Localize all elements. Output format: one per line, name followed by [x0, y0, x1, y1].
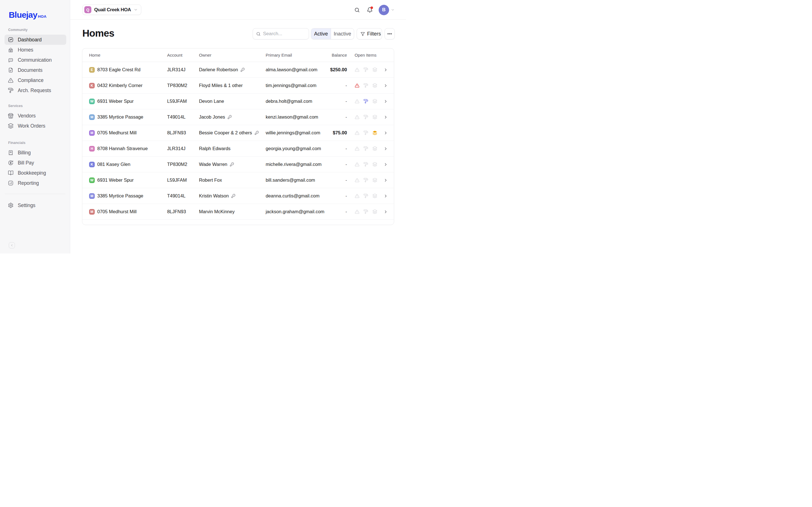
paint-roller-icon[interactable]: [363, 162, 368, 167]
paint-roller-icon[interactable]: [363, 99, 368, 104]
chevron-right-icon[interactable]: [384, 194, 388, 198]
more-options-button[interactable]: [385, 28, 395, 40]
table-row[interactable]: E 8703 Eagle Crest Rd JLR314J Darlene Ro…: [82, 62, 394, 78]
chevron-down-icon[interactable]: [391, 8, 395, 11]
paint-roller-icon[interactable]: [363, 146, 368, 151]
table-row[interactable]: M 0705 Medhurst Mill 8LJFN93 Bessie Coop…: [82, 125, 394, 141]
violation-alert-icon[interactable]: [355, 115, 359, 119]
layers-icon[interactable]: [372, 99, 377, 104]
sidebar-item-communication[interactable]: Communication: [4, 55, 66, 65]
search-input[interactable]: [263, 31, 305, 37]
violation-alert-icon[interactable]: [355, 162, 359, 167]
sidebar-item-vendors[interactable]: Vendors: [4, 111, 66, 121]
violation-alert-icon[interactable]: [355, 99, 359, 104]
table-row[interactable]: W 6931 Weber Spur L59JFAM Devon Lane deb…: [82, 94, 394, 109]
open-items: [347, 178, 384, 182]
home-address: 0432 Kimberly Corner: [97, 83, 143, 88]
layers-icon[interactable]: [372, 209, 377, 214]
layers-icon[interactable]: [372, 193, 377, 198]
sidebar-item-work-orders[interactable]: Work Orders: [4, 121, 66, 131]
chevron-right-icon[interactable]: [384, 83, 388, 88]
chevron-right-icon[interactable]: [384, 99, 388, 104]
table-row[interactable]: M 3385 Myrtice Passage T49014L Kristin W…: [82, 188, 394, 204]
table-row[interactable]: H 8708 Hannah Stravenue JLR314J Ralph Ed…: [82, 141, 394, 157]
owner-name: Bessie Cooper & 2 others: [199, 130, 252, 135]
balance-value: $250.00: [322, 67, 347, 72]
chevron-right-icon[interactable]: [384, 210, 388, 214]
search-icon[interactable]: [354, 7, 360, 13]
table-row[interactable]: W 6931 Weber Spur L59JFAM Robert Fox bil…: [82, 172, 394, 188]
open-items: [347, 162, 384, 167]
filters-button[interactable]: Filters: [357, 28, 382, 40]
sidebar-item-dashboard[interactable]: Dashboard: [4, 35, 66, 45]
open-items: [347, 193, 384, 198]
paint-roller-icon[interactable]: [363, 209, 368, 214]
primary-email: willie.jennings@gmail.com: [266, 130, 322, 135]
column-header-home[interactable]: Home: [82, 48, 167, 62]
table-row[interactable]: K 0432 Kimberly Corner TP830M2 Floyd Mil…: [82, 78, 394, 94]
primary-email: michelle.rivera@gmail.com: [266, 162, 322, 167]
layers-icon[interactable]: [372, 115, 377, 119]
notifications-button[interactable]: [367, 7, 373, 13]
balance-value: -: [322, 146, 347, 151]
column-header-balance[interactable]: Balance: [322, 53, 347, 57]
paint-roller-icon[interactable]: [363, 193, 368, 198]
layers-icon[interactable]: [372, 162, 377, 167]
sidebar-item-bookkeeping[interactable]: Bookkeeping: [4, 168, 66, 178]
primary-email: tim.jennings@gmail.com: [266, 83, 322, 88]
chevron-right-icon[interactable]: [384, 115, 388, 119]
account-number: JLR314J: [167, 67, 199, 72]
sidebar-collapse-button[interactable]: [9, 242, 15, 248]
violation-alert-icon[interactable]: [355, 67, 359, 72]
home-avatar: H: [89, 146, 95, 152]
brand-logo[interactable]: BluejayHOA: [9, 10, 47, 20]
table-row[interactable]: M 0705 Medhurst Mill 8LJFN93 Marvin McKi…: [82, 204, 394, 220]
user-avatar[interactable]: B: [378, 5, 389, 15]
sidebar-item-settings[interactable]: Settings: [4, 200, 66, 210]
paint-roller-icon[interactable]: [363, 115, 368, 119]
paint-roller-icon[interactable]: [363, 83, 368, 88]
column-header-account[interactable]: Account: [167, 53, 199, 57]
toggle-inactive[interactable]: Inactive: [331, 29, 354, 39]
chevron-right-icon[interactable]: [384, 178, 388, 182]
chevron-right-icon[interactable]: [384, 131, 388, 135]
table-row[interactable]: K 081 Kasey Glen TP830M2 Wade Warren mic…: [82, 157, 394, 172]
chevron-right-icon[interactable]: [384, 162, 388, 167]
org-switcher[interactable]: Q Quail Creek HOA: [82, 4, 141, 15]
paint-roller-icon[interactable]: [363, 130, 368, 135]
sidebar-item-billing[interactable]: Billing: [4, 148, 66, 158]
violation-alert-icon[interactable]: [355, 146, 359, 151]
violation-alert-icon[interactable]: [355, 130, 359, 135]
sidebar-item-bill-pay[interactable]: Bill Pay: [4, 158, 66, 168]
toggle-active[interactable]: Active: [311, 29, 331, 39]
owner-name: Ralph Edwards: [199, 146, 231, 151]
chevron-right-icon[interactable]: [384, 147, 388, 151]
table-row[interactable]: M 3385 Myrtice Passage T49014L Jacob Jon…: [82, 109, 394, 125]
owner-name: Kristin Watson: [199, 193, 229, 199]
bookkeeping-icon: [8, 170, 13, 176]
column-header-open-items[interactable]: Open Items: [347, 53, 394, 57]
column-header-owner[interactable]: Owner: [199, 53, 266, 57]
org-avatar: Q: [84, 6, 91, 13]
layers-icon[interactable]: [372, 178, 377, 182]
table-search: [253, 28, 309, 40]
paint-roller-icon[interactable]: [363, 67, 368, 72]
sidebar-item-arch-requests[interactable]: Arch. Requests: [4, 86, 66, 96]
layers-icon[interactable]: [372, 83, 377, 88]
layers-icon[interactable]: [372, 67, 377, 72]
column-header-email[interactable]: Primary Email: [266, 53, 322, 57]
sidebar-item-compliance[interactable]: Compliance: [4, 75, 66, 86]
sidebar-item-homes[interactable]: Homes: [4, 45, 66, 55]
violation-alert-icon[interactable]: [355, 209, 359, 214]
violation-alert-icon[interactable]: [355, 83, 359, 88]
layers-icon[interactable]: [372, 130, 377, 135]
layers-icon[interactable]: [372, 146, 377, 151]
violation-alert-icon[interactable]: [355, 178, 359, 182]
sidebar-item-reporting[interactable]: Reporting: [4, 178, 66, 188]
violation-alert-icon[interactable]: [355, 193, 359, 198]
gear-icon: [8, 203, 13, 208]
notification-badge: [370, 6, 373, 9]
chevron-right-icon[interactable]: [384, 68, 388, 72]
sidebar-item-documents[interactable]: Documents: [4, 65, 66, 75]
paint-roller-icon[interactable]: [363, 178, 368, 182]
